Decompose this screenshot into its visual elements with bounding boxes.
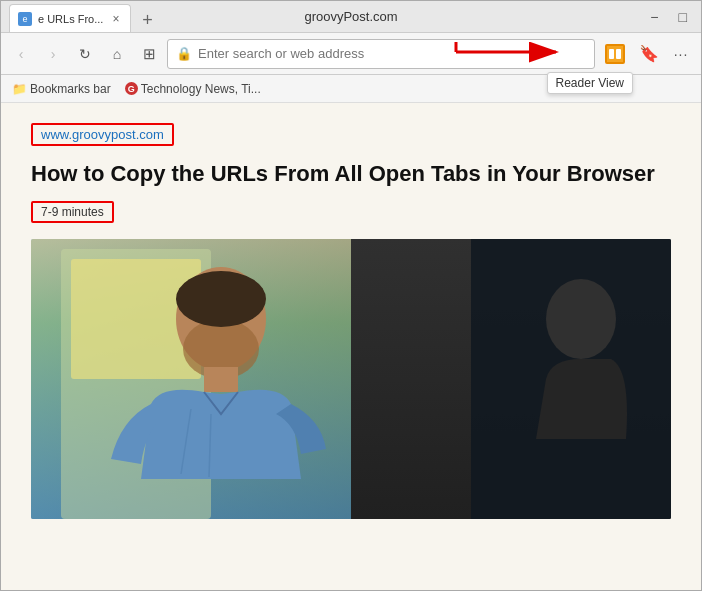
forward-button[interactable]: › <box>39 40 67 68</box>
svg-rect-10 <box>204 367 238 392</box>
address-bar[interactable]: 🔒 <box>167 39 595 69</box>
collections-button[interactable]: 🔖 <box>635 40 663 68</box>
background-figure <box>471 239 671 519</box>
read-time-badge: 7-9 minutes <box>31 201 114 223</box>
svg-rect-0 <box>609 49 614 59</box>
minimize-button[interactable]: − <box>644 7 664 27</box>
page-title: groovyPost.com <box>304 9 397 24</box>
bookmarks-bar-label[interactable]: 📁 Bookmarks bar <box>7 80 116 98</box>
address-input[interactable] <box>198 46 586 61</box>
reader-view-icon <box>605 44 625 64</box>
new-tab-button[interactable]: + <box>135 8 159 32</box>
collections-icon: 🔖 <box>639 44 659 63</box>
tab-close-button[interactable]: × <box>109 11 122 27</box>
browser-window: e e URLs Fro... × + groovyPost.com − □ ‹… <box>0 0 702 591</box>
title-bar: e e URLs Fro... × + groovyPost.com − □ <box>1 1 701 33</box>
back-button[interactable]: ‹ <box>7 40 35 68</box>
bookmark-item-technology[interactable]: G Technology News, Ti... <box>120 80 266 98</box>
bookmark-label: Technology News, Ti... <box>141 82 261 96</box>
tab-title: e URLs Fro... <box>38 13 103 25</box>
home-button[interactable]: ⌂ <box>103 40 131 68</box>
svg-point-9 <box>176 271 266 327</box>
bookmarks-bar-text: Bookmarks bar <box>30 82 111 96</box>
sidebar-toggle-button[interactable]: ⊞ <box>135 40 163 68</box>
svg-rect-1 <box>616 49 621 59</box>
person-illustration <box>61 249 381 519</box>
svg-point-14 <box>546 279 616 359</box>
back-icon: ‹ <box>19 46 24 62</box>
reader-view-tooltip: Reader View <box>547 72 633 94</box>
forward-icon: › <box>51 46 56 62</box>
home-icon: ⌂ <box>113 46 121 62</box>
site-url[interactable]: www.groovypost.com <box>31 123 174 146</box>
menu-icon: ··· <box>674 46 689 62</box>
menu-button[interactable]: ··· <box>667 40 695 68</box>
article-title: How to Copy the URLs From All Open Tabs … <box>31 160 671 189</box>
security-icon: 🔒 <box>176 46 192 61</box>
nav-bar: ‹ › ↻ ⌂ ⊞ 🔒 Reader View <box>1 33 701 75</box>
article-hero-image <box>31 239 671 519</box>
reader-view-button[interactable]: Reader View <box>601 40 629 68</box>
sidebar-icon: ⊞ <box>143 45 156 63</box>
refresh-icon: ↻ <box>79 46 91 62</box>
bookmark-favicon: G <box>125 82 138 95</box>
active-tab[interactable]: e e URLs Fro... × <box>9 4 131 32</box>
page-content: www.groovypost.com How to Copy the URLs … <box>1 103 701 590</box>
window-controls: − □ <box>644 7 693 27</box>
folder-icon: 📁 <box>12 82 27 96</box>
tab-favicon: e <box>18 12 32 26</box>
refresh-button[interactable]: ↻ <box>71 40 99 68</box>
maximize-button[interactable]: □ <box>673 7 693 27</box>
